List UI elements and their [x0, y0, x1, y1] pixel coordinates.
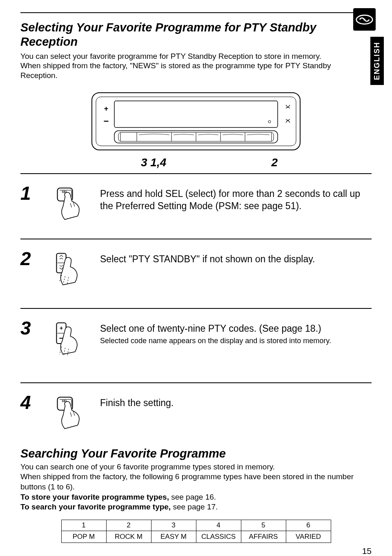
table-cell: ROCK M — [106, 531, 151, 543]
table-cell: 2 — [106, 520, 151, 531]
table-cell: 3 — [151, 520, 196, 531]
search-text-4: To search your favorite programme type, … — [20, 502, 372, 512]
step-text: Select "PTY STANDBY" if not shown on the… — [100, 249, 372, 266]
divider — [20, 382, 372, 383]
step-text: Finish the setting. — [100, 393, 372, 409]
table-cell: 5 — [241, 520, 286, 531]
table-cell: POP M — [61, 531, 106, 543]
table-cell: 6 — [286, 520, 331, 531]
divider — [20, 308, 372, 309]
step-2: 2 Select "PTY STANDBY" if not shown on t… — [20, 242, 372, 306]
preset-table: 1 2 3 4 5 6 POP M ROCK M EASY M CLASSICS… — [61, 520, 331, 543]
divider — [20, 173, 372, 174]
table-cell: VARIED — [286, 531, 331, 543]
device-diagram: + − 3 1,4 2 — [90, 91, 302, 169]
intro-text-1: You can select your favorite programme f… — [20, 51, 335, 61]
table-row: 1 2 3 4 5 6 — [61, 520, 331, 531]
table-cell: 4 — [196, 520, 241, 531]
search-text-1: You can search one of your 6 favorite pr… — [20, 462, 372, 472]
step-number: 4 — [20, 393, 45, 412]
updown-button-press-icon — [53, 249, 92, 296]
step-number: 1 — [20, 184, 45, 203]
table-cell: EASY M — [151, 531, 196, 543]
divider — [20, 239, 372, 239]
step-4: 4 SEL Finish the setting. — [20, 386, 372, 445]
brand-logo-icon — [353, 8, 376, 31]
language-tab: ENGLISH — [370, 37, 384, 85]
step-text: Select one of twenty-nine PTY codes. (Se… — [100, 319, 372, 345]
svg-rect-4 — [114, 101, 278, 127]
table-cell: CLASSICS — [196, 531, 241, 543]
table-cell: 1 — [61, 520, 106, 531]
sel-button-press-icon: SEL — [53, 184, 92, 226]
page-number: 15 — [20, 546, 372, 556]
svg-point-1 — [363, 18, 365, 20]
section-title-search: Searching Your Favorite Programme — [20, 447, 372, 460]
search-text-2: When shipped from the factory, the follo… — [20, 472, 372, 492]
page-title: Selecting Your Favorite Programme for PT… — [20, 20, 327, 49]
step-number: 2 — [20, 249, 45, 268]
plus-minus-button-press-icon: + − — [53, 319, 92, 370]
step-3: 3 + − Select one of twenty-nine PTY code… — [20, 311, 372, 380]
step-1: 1 SEL Press and hold SEL (select) for mo… — [20, 176, 372, 236]
svg-text:+: + — [60, 325, 63, 332]
svg-text:−: − — [104, 116, 109, 126]
divider — [20, 12, 372, 13]
svg-text:+: + — [104, 105, 109, 113]
table-cell: AFFAIRS — [241, 531, 286, 543]
search-text-3: To store your favorite programme types, … — [20, 492, 372, 502]
step-number: 3 — [20, 319, 45, 337]
svg-point-7 — [268, 121, 271, 123]
table-row: POP M ROCK M EASY M CLASSICS AFFAIRS VAR… — [61, 531, 331, 543]
diagram-label-left: 3 1,4 — [141, 156, 166, 169]
diagram-label-right: 2 — [166, 156, 278, 169]
sel-button-press-icon: SEL — [53, 393, 92, 435]
step-text: Press and hold SEL (select) for more tha… — [100, 184, 372, 212]
step-subtext: Selected code name appears on the displa… — [100, 336, 372, 346]
intro-text-2: When shipped from the factory, "NEWS" is… — [20, 61, 335, 80]
